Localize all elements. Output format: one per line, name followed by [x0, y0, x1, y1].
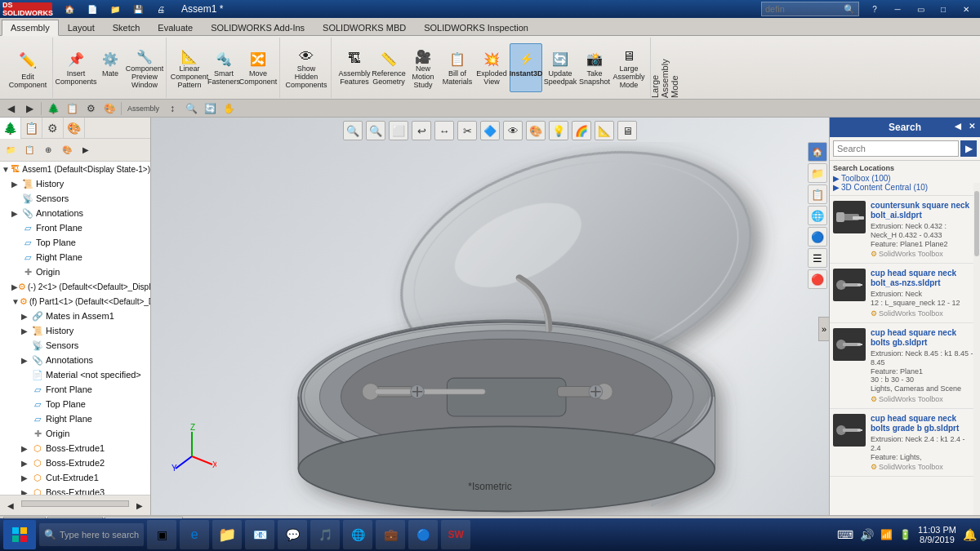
panel-tab-feature-tree[interactable]: 🌲 [0, 118, 21, 139]
taskbar-volume-icon[interactable]: 🔊 [860, 528, 874, 541]
taskbar-notification-btn[interactable]: 🔔 [963, 528, 977, 541]
taskbar-search-box[interactable]: 🔍 Type here to search [39, 523, 144, 546]
sec-btn-props[interactable]: 📋 [63, 100, 81, 117]
tree-item-boss-extrude1[interactable]: ▶ ⬡ Boss-Extrude1 [0, 441, 150, 455]
tab-addins[interactable]: SOLIDWORKS Add-Ins [202, 19, 314, 35]
restore-btn[interactable]: ▭ [910, 2, 931, 16]
taskbar-edge[interactable]: e [180, 520, 209, 549]
taskbar-sw-app-2[interactable]: 🔵 [408, 520, 438, 549]
btn-component-preview[interactable]: 🔧 ComponentPreviewWindow [128, 43, 161, 92]
taskbar-explorer[interactable]: 📁 [212, 520, 242, 549]
maximize-btn[interactable]: □ [933, 2, 954, 16]
search-result-3[interactable]: cup head square neck bolts gb.sldprt Ext… [830, 323, 980, 409]
tree-scrollbar[interactable] [21, 500, 129, 507]
tree-item-annotations[interactable]: ▶ 📎 Annotations [0, 206, 150, 220]
tree-item-assem1[interactable]: ▼ 🏗 Assem1 (Default<Display State-1>) [0, 162, 150, 176]
tab-sketch[interactable]: Sketch [104, 19, 149, 35]
tree-item-origin-1[interactable]: ✚ Origin [0, 264, 150, 279]
minimize-btn[interactable]: ─ [887, 2, 908, 16]
vp-zoom-in[interactable]: 🔍 [366, 121, 385, 140]
btn-insert-components[interactable]: 📌 InsertComponents [60, 43, 92, 92]
panel-back-btn[interactable]: ◀ [951, 119, 964, 132]
search-result-1[interactable]: countersunk square neck bolt_ai.sldprt E… [830, 196, 980, 264]
new-btn[interactable]: 📄 [82, 2, 103, 16]
tree-item-right-plane-2[interactable]: ▱ Right Plane [0, 411, 150, 426]
tree-btn-1[interactable]: 📁 [2, 142, 20, 158]
help-btn[interactable]: ? [864, 2, 885, 16]
tree-item-front-plane-2[interactable]: ▱ Front Plane [0, 382, 150, 397]
tree-item-front-plane[interactable]: ▱ Front Plane [0, 220, 150, 235]
btn-assembly-features[interactable]: 🏗 AssemblyFeatures [338, 43, 371, 92]
panel-tab-property[interactable]: 📋 [21, 118, 42, 139]
start-button[interactable] [3, 520, 36, 549]
save-btn[interactable]: 💾 [127, 2, 149, 16]
tree-item-annotations-2[interactable]: ▶ 📎 Annotations [0, 353, 150, 367]
scroll-left-btn[interactable]: ◀ [2, 497, 20, 513]
home-btn[interactable]: 🏠 [59, 2, 80, 16]
tree-btn-3[interactable]: ⊕ [39, 142, 57, 158]
btn-snapshot[interactable]: 📸 TakeSnapshot [578, 43, 611, 92]
vp-hide-show[interactable]: 👁 [503, 121, 523, 140]
btn-bom[interactable]: 📋 Bill ofMaterials [441, 43, 474, 92]
taskbar-app-sw1[interactable]: SW [441, 520, 470, 549]
tree-btn-4[interactable]: 🎨 [58, 142, 76, 158]
vp-view-setting[interactable]: 📐 [595, 121, 614, 140]
vp-previous-view[interactable]: ↩ [412, 121, 431, 140]
tree-btn-2[interactable]: 📋 [20, 142, 38, 158]
vp-lighting[interactable]: 💡 [549, 121, 568, 140]
taskbar-network-icon[interactable]: 📶 [880, 529, 893, 540]
print-btn[interactable]: 🖨 [150, 2, 172, 16]
taskbar-outlook[interactable]: 📧 [245, 520, 274, 549]
btn-instant3d[interactable]: ⚡ Instant3D [510, 43, 542, 92]
sec-btn-pan[interactable]: ✋ [220, 100, 238, 117]
close-btn[interactable]: ✕ [956, 2, 977, 16]
sec-btn-zoom[interactable]: 🔍 [182, 100, 200, 117]
vp-appearance[interactable]: 🎨 [526, 121, 546, 140]
tree-item-sensors-2[interactable]: 📡 Sensors [0, 338, 150, 353]
btn-ref-geometry[interactable]: 📏 ReferenceGeometry [372, 43, 405, 92]
tree-item-cut-extrude1[interactable]: ▶ ⬡ Cut-Extrude1 [0, 470, 150, 485]
scroll-right-btn[interactable]: ▶ [131, 497, 149, 513]
btn-update-speedpak[interactable]: 🔄 UpdateSpeedpak [544, 43, 577, 92]
tree-item-boss-extrude3[interactable]: ▶ ⬡ Boss-Extrude3 [0, 485, 150, 495]
panel-collapse-btn[interactable]: » [818, 317, 830, 341]
tree-item-mates-assem1[interactable]: ▶ 🔗 Mates in Assem1 [0, 309, 150, 323]
tree-item-top-plane[interactable]: ▱ Top Plane [0, 235, 150, 250]
tree-item-part1[interactable]: ▼ ⚙ (f) Part1<1> (Default<<Default>_D [0, 294, 150, 309]
tree-item-history-2[interactable]: ▶ 📜 History [0, 323, 150, 338]
location-3d-central[interactable]: ▶ 3D Content Central (10) [833, 183, 977, 192]
sec-btn-config[interactable]: ⚙ [82, 100, 100, 117]
tree-item-history[interactable]: ▶ 📜 History [0, 176, 150, 191]
taskbar-sw-app[interactable]: 💼 [376, 520, 405, 549]
taskbar-chrome[interactable]: 🌐 [343, 520, 372, 549]
tree-item-right-plane-1[interactable]: ▱ Right Plane [0, 250, 150, 264]
tab-inspection[interactable]: SOLIDWORKS Inspection [415, 19, 537, 35]
vp-display-style[interactable]: 🔷 [480, 121, 500, 140]
tab-evaluate[interactable]: Evaluate [149, 19, 202, 35]
btn-mate[interactable]: ⚙️ Mate [94, 43, 127, 92]
sec-btn-display[interactable]: 🎨 [100, 100, 118, 117]
btn-large-assembly[interactable]: 🖥 LargeAssemblyMode [612, 43, 645, 92]
panel-tab-config[interactable]: ⚙ [42, 118, 64, 139]
search-input[interactable] [833, 140, 959, 157]
tab-mbd[interactable]: SOLIDWORKS MBD [314, 19, 415, 35]
btn-linear-pattern[interactable]: 📐 LinearComponentPattern [173, 43, 206, 92]
tree-item-boss-extrude2[interactable]: ▶ ⬡ Boss-Extrude2 [0, 455, 150, 470]
sec-btn-selfilter[interactable]: ↕ [163, 100, 181, 117]
panel-close-btn[interactable]: ✕ [965, 119, 978, 132]
viewport[interactable]: 🔍 🔍 ⬜ ↩ ↔ ✂ 🔷 👁 🎨 💡 🌈 📐 🖥 🏠 📁 📋 🌐 🔵 ☰ 🔴 [151, 118, 829, 515]
sec-btn-tree[interactable]: 🌲 [44, 100, 62, 117]
taskbar-battery-icon[interactable]: 🔋 [899, 529, 911, 540]
sec-btn-forward[interactable]: ▶ [20, 100, 38, 117]
open-btn[interactable]: 📁 [105, 2, 126, 16]
tab-assembly[interactable]: Assembly [2, 20, 59, 36]
vp-zoom-to-fit[interactable]: 🔍 [343, 121, 363, 140]
search-go-btn[interactable]: ▶ [960, 140, 977, 157]
sec-btn-rotate[interactable]: 🔄 [201, 100, 219, 117]
tree-btn-5[interactable]: ▶ [77, 142, 95, 158]
btn-exploded[interactable]: 💥 ExplodedView [475, 43, 508, 92]
taskbar-teams[interactable]: 💬 [278, 520, 307, 549]
btn-show-hidden[interactable]: 👁 ShowHiddenComponents [287, 43, 326, 92]
location-toolbox[interactable]: ▶ Toolbox (100) [833, 174, 977, 183]
vp-view-orient[interactable]: ↔ [434, 121, 454, 140]
